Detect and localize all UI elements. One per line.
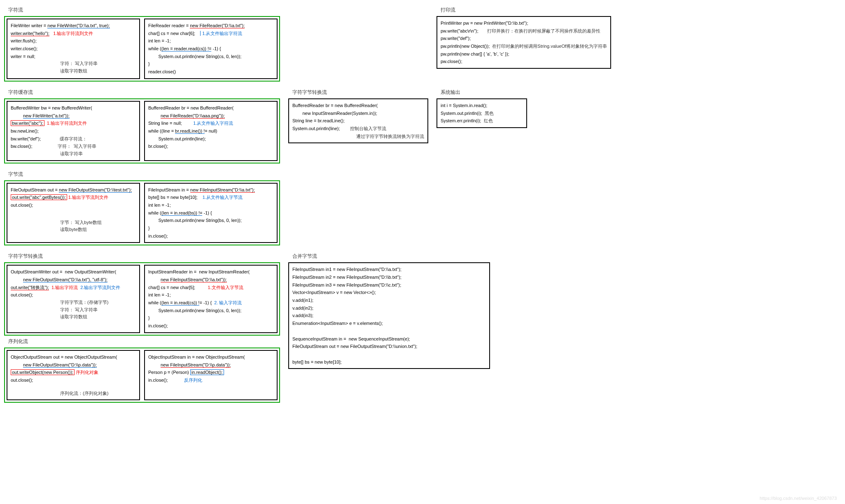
t: (len = in.read(cs)) !: [161, 300, 200, 306]
note: 序列化流：(序列化对象): [60, 390, 136, 397]
t: pw.close();: [441, 58, 607, 65]
ann: 反序列化: [184, 378, 202, 383]
box-printwriter: PrintWriter pw = new PrintWriter("D:\\b.…: [437, 16, 611, 69]
t: out.write("abc".getBytes());: [11, 194, 67, 200]
box-objectoutputstream: ObjectOutputStream out = new ObjectOutpu…: [7, 350, 140, 400]
t: (len = in.read(bs)) !=: [161, 210, 203, 216]
t: in.close();: [148, 322, 273, 330]
t: br.close();: [148, 142, 273, 150]
note: 字符： 写入字符串: [60, 306, 136, 314]
t: out.writeObject(new Person());: [11, 369, 75, 375]
t: out.close();: [11, 291, 136, 299]
t: FileOutputStream out =: [11, 187, 59, 192]
t: reader.close(): [148, 68, 273, 76]
t: FileInputStream in1 = new FileInputStrea…: [292, 266, 486, 273]
note: 字符： 写入字符串: [58, 144, 96, 149]
title-char-stream: 字符流: [8, 7, 280, 14]
t: PrintWriter pw = new PrintWriter("D:\\b.…: [441, 19, 607, 27]
t: new FileOutputStream("D:\\a.txt"), "utf-…: [23, 277, 107, 282]
ann: 1.输出字符流: [51, 285, 78, 290]
title-print-stream: 打印流: [441, 7, 611, 14]
note: 字符字节流：(存储字节): [60, 299, 136, 306]
ann: 1.从文件输入字符流: [193, 121, 233, 126]
t: pw.write("abc\r\n");: [441, 28, 479, 33]
t: }: [148, 224, 273, 232]
t: writer.close();: [11, 45, 136, 53]
box-fileinputstream: FileInputStream in = new FileInputStream…: [144, 183, 278, 243]
t: new InputStreamReader(System.in));: [292, 110, 424, 117]
t: FileInputStream in2 = new FileInputStrea…: [292, 273, 486, 281]
box-objectinputstream: ObjectInputStream in = new ObjectInputSt…: [144, 350, 278, 400]
t: char[] cs = new char[6];: [148, 31, 195, 36]
ann: 1.文件输入字节流: [208, 285, 243, 290]
t: Enumeration<InputStream> e = v.elements(…: [292, 320, 486, 327]
t: out.write("转换流");: [11, 285, 49, 290]
ann: 1.从文件输出字符流: [200, 31, 242, 36]
note: 字节： 写入byte数组: [60, 219, 136, 226]
note: 控制台输入字节流: [350, 126, 386, 131]
t: while ((line =: [148, 128, 175, 133]
t: BufferedWriter bw = new BufferedWriter(: [11, 104, 136, 112]
ann: 1.输出字节流到文件: [68, 195, 108, 200]
t: = null): [205, 128, 217, 133]
t: new FileOutputStream("D:\\p.data"));: [23, 362, 97, 368]
t: SequenceInputStream in = new SequenceInp…: [292, 335, 486, 343]
t: FileInputStream in3 = new FileInputStrea…: [292, 281, 486, 289]
box-outputstreamwriter: OutputStreamWriter out = new OutputStrea…: [7, 265, 140, 333]
group-char-stream: FileWriter writer = new FileWriter("D:\\…: [4, 16, 280, 82]
t: pw.println(new Object());: [441, 44, 490, 49]
t: in.close();: [148, 378, 168, 383]
t: char[] cs = new char[5];: [148, 285, 195, 290]
note: 读取byte数组: [60, 226, 136, 233]
t: while (: [148, 46, 161, 51]
box-bufferedwriter: BufferedWriter bw = new BufferedWriter( …: [7, 101, 140, 161]
t: v.add(in1);: [292, 296, 486, 304]
t: pw.println(new char[] { 'a', 'b', 'c' })…: [441, 50, 607, 58]
t: FileInputStream in =: [148, 187, 190, 192]
t: bw.write("def");: [11, 136, 41, 141]
t: in.readObject();: [190, 369, 224, 375]
t: writer.flush();: [11, 37, 136, 45]
title-serialize: 序列化流: [8, 338, 280, 345]
box-filereader: FileReader reader = new FileReader("D:\\…: [144, 19, 278, 79]
t: new FileWriter("a.txt"));: [23, 113, 70, 119]
t: byte[] bs = new byte[10];: [292, 358, 486, 366]
ann: 黑色: [485, 111, 494, 116]
t: new FileInputStream("D:\\a.txt");: [190, 187, 255, 193]
t: System.out.println(i);: [441, 111, 482, 116]
t: InputStreamReader in = new InputStreamRe…: [148, 268, 273, 276]
box-fileoutputstream: FileOutputStream out = new FileOutputStr…: [7, 183, 140, 243]
t: -1) {: [211, 46, 221, 51]
ann: 打印并换行：在换行的时候屏蔽了不同操作系统的差异性: [487, 28, 600, 33]
t: new FileReader("D:\\a.txt");: [190, 23, 245, 28]
box-filewriter: FileWriter writer = new FileWriter("D:\\…: [7, 19, 140, 79]
title-merge-byte: 合并字节流: [292, 253, 490, 260]
t: new FileInputStream("D:\\a.txt"));: [161, 277, 227, 282]
ann: 1.输出字符流到文件: [47, 121, 87, 126]
title-charbyteconv: 字符字节转换流: [8, 253, 280, 260]
ann: 2.输出字节流到文件: [80, 285, 120, 290]
t: while (: [148, 300, 161, 305]
title-byte-stream: 字节流: [8, 171, 280, 178]
box-bufferedreader: BufferedReader br = new BufferedReader( …: [144, 101, 278, 161]
t: System.out.println(line);: [292, 126, 340, 131]
t: ObjectInputStream in = new ObjectInputSt…: [148, 353, 273, 361]
t: }: [148, 314, 273, 322]
t: -1) {: [202, 210, 212, 215]
note: 字符： 写入字符串: [60, 60, 136, 68]
ann: 1.输出字符流到文件: [53, 31, 93, 36]
t: v.add(in2);: [292, 304, 486, 312]
group-charbyteconv: OutputStreamWriter out = new OutputStrea…: [4, 262, 280, 336]
t: FileOutputStream out = new FileOutputStr…: [292, 343, 486, 350]
note: 读取字符数组: [60, 68, 136, 75]
t: FileReader reader =: [148, 23, 190, 28]
t: br.readLine()) !: [175, 128, 205, 134]
group-serialize: ObjectOutputStream out = new ObjectOutpu…: [4, 348, 280, 403]
t: bw.newLine();: [11, 127, 136, 135]
t: pw.write("def");: [441, 35, 607, 42]
t: bw.write("abc");: [11, 120, 44, 126]
ann: 红色: [484, 118, 493, 123]
t: OutputStreamWriter out = new OutputStrea…: [11, 268, 136, 276]
group-byte-stream: FileOutputStream out = new FileOutputStr…: [4, 180, 280, 246]
t: new FileOutputStream("D:\\test.txt");: [59, 187, 132, 193]
